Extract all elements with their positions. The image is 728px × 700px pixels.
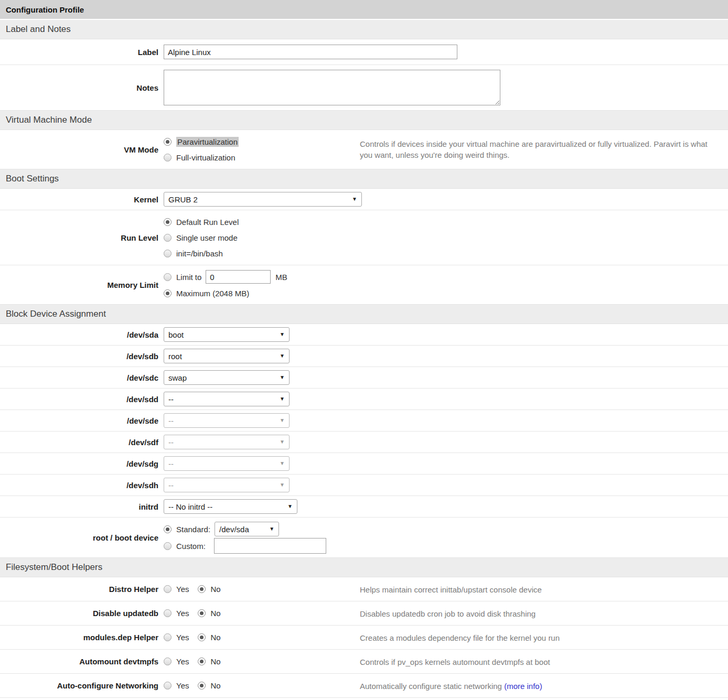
device-select-sda[interactable]: boot ▼	[164, 327, 290, 342]
dropdown-arrow-icon: ▼	[280, 396, 285, 402]
page-title: Configuration Profile	[0, 0, 728, 19]
device-sdg-label: /dev/sdg	[0, 459, 158, 469]
modules-dep-yes-label[interactable]: Yes	[176, 632, 189, 642]
paravirtualization-radio-label[interactable]: Paravirtualization	[176, 137, 239, 147]
kernel-select-value: GRUB 2	[168, 195, 198, 204]
initrd-select[interactable]: -- No initrd -- ▼	[164, 499, 297, 514]
memory-maximum-radio-label[interactable]: Maximum (2048 MB)	[176, 288, 249, 298]
automount-devtmpfs-yes-radio[interactable]	[164, 658, 172, 665]
kernel-row: Kernel GRUB 2 ▼	[0, 189, 728, 210]
block-device-row: /dev/sda boot ▼	[0, 324, 728, 346]
full-virtualization-radio[interactable]	[164, 154, 172, 161]
auto-configure-networking-row: Auto-configure Networking Yes No Automat…	[0, 674, 728, 698]
modules-dep-helper-row: modules.dep Helper Yes No Creates a modu…	[0, 626, 728, 650]
root-device-standard-radio[interactable]	[164, 525, 172, 533]
default-run-level-radio-label[interactable]: Default Run Level	[176, 217, 239, 227]
disable-updatedb-help-text: Disables updatedb cron job to avoid disk…	[360, 608, 721, 619]
distro-helper-yes-label[interactable]: Yes	[176, 584, 189, 594]
run-level-row: Run Level Default Run Level Single user …	[0, 210, 728, 265]
disable-updatedb-label: Disable updatedb	[0, 608, 158, 618]
init-bin-bash-radio-label[interactable]: init=/bin/bash	[176, 249, 223, 259]
memory-limit-to-radio-label[interactable]: Limit to	[176, 272, 201, 282]
distro-helper-help-text: Helps maintain correct inittab/upstart c…	[360, 584, 721, 595]
root-device-standard-select[interactable]: /dev/sda ▼	[215, 522, 279, 536]
root-device-custom-input[interactable]	[214, 538, 326, 554]
dropdown-arrow-icon: ▼	[280, 439, 285, 445]
disable-updatedb-yes-label[interactable]: Yes	[176, 608, 189, 618]
memory-maximum-radio[interactable]	[164, 289, 172, 297]
init-bin-bash-radio[interactable]	[164, 250, 172, 257]
memory-limit-unit-label: MB	[275, 273, 287, 282]
disable-updatedb-no-label[interactable]: No	[210, 608, 220, 618]
automount-devtmpfs-help-text: Controls if pv_ops kernels automount dev…	[360, 656, 721, 667]
memory-limit-label: Memory Limit	[0, 280, 158, 290]
memory-limit-row: Memory Limit Limit to MB Maximum (2048 M…	[0, 265, 728, 305]
device-select-sdd[interactable]: -- ▼	[164, 392, 290, 406]
device-sda-label: /dev/sda	[0, 330, 158, 340]
distro-helper-yes-radio[interactable]	[164, 585, 172, 593]
distro-helper-no-radio[interactable]	[198, 585, 206, 593]
auto-configure-networking-yes-label[interactable]: Yes	[176, 681, 189, 691]
kernel-label: Kernel	[0, 195, 158, 204]
block-device-row: /dev/sdd -- ▼	[0, 389, 728, 410]
automount-devtmpfs-no-radio[interactable]	[198, 658, 206, 665]
single-user-mode-radio-label[interactable]: Single user mode	[176, 233, 238, 243]
automount-devtmpfs-yes-label[interactable]: Yes	[176, 656, 189, 666]
vm-mode-help-text: Controls if devices inside your virtual …	[360, 138, 721, 160]
full-virtualization-radio-label[interactable]: Full-virtualization	[176, 153, 235, 163]
memory-limit-input[interactable]	[206, 270, 271, 284]
device-select-sdb[interactable]: root ▼	[164, 349, 290, 363]
auto-configure-networking-no-radio[interactable]	[198, 682, 206, 690]
modules-dep-yes-radio[interactable]	[164, 633, 172, 641]
label-row: Label	[0, 39, 728, 65]
root-boot-device-row: root / boot device Standard: /dev/sda ▼ …	[0, 518, 728, 558]
distro-helper-no-label[interactable]: No	[210, 584, 220, 594]
memory-limit-to-radio[interactable]	[164, 273, 172, 281]
kernel-select[interactable]: GRUB 2 ▼	[164, 192, 362, 207]
block-device-row: /dev/sdf -- ▼	[0, 432, 728, 453]
more-info-link[interactable]: (more info)	[504, 681, 542, 690]
notes-row: Notes	[0, 65, 728, 111]
block-device-row: /dev/sdg -- ▼	[0, 453, 728, 475]
device-select-sdg: -- ▼	[164, 456, 290, 471]
section-virtual-machine-mode: Virtual Machine Mode	[0, 111, 728, 130]
single-user-mode-radio[interactable]	[164, 234, 172, 242]
device-select-sdc[interactable]: swap ▼	[164, 370, 290, 385]
dropdown-arrow-icon: ▼	[280, 482, 285, 488]
dropdown-arrow-icon: ▼	[280, 418, 285, 423]
section-filesystem-boot-helpers: Filesystem/Boot Helpers	[0, 558, 728, 577]
auto-configure-networking-help-text: Automatically configure static networkin…	[360, 680, 721, 691]
auto-configure-networking-label: Auto-configure Networking	[0, 681, 158, 691]
automount-devtmpfs-no-label[interactable]: No	[210, 656, 220, 666]
disable-updatedb-no-radio[interactable]	[198, 609, 206, 617]
notes-textarea[interactable]	[164, 70, 500, 105]
device-sdh-label: /dev/sdh	[0, 480, 158, 490]
label-input[interactable]	[164, 45, 457, 59]
distro-helper-row: Distro Helper Yes No Helps maintain corr…	[0, 577, 728, 601]
dropdown-arrow-icon: ▼	[280, 461, 285, 466]
dropdown-arrow-icon: ▼	[280, 375, 285, 380]
initrd-row: initrd -- No initrd -- ▼	[0, 496, 728, 518]
automount-devtmpfs-row: Automount devtmpfs Yes No Controls if pv…	[0, 650, 728, 674]
auto-configure-networking-yes-radio[interactable]	[164, 682, 172, 690]
disable-updatedb-yes-radio[interactable]	[164, 609, 172, 617]
device-sdf-label: /dev/sdf	[0, 437, 158, 447]
device-select-sdh: -- ▼	[164, 478, 290, 492]
root-device-custom-radio-label[interactable]: Custom:	[176, 541, 206, 551]
vm-mode-label: VM Mode	[0, 145, 158, 155]
disable-updatedb-row: Disable updatedb Yes No Disables updated…	[0, 601, 728, 626]
default-run-level-radio[interactable]	[164, 218, 172, 226]
section-boot-settings: Boot Settings	[0, 169, 728, 189]
distro-helper-label: Distro Helper	[0, 584, 158, 594]
root-device-standard-radio-label[interactable]: Standard:	[176, 524, 210, 534]
dropdown-arrow-icon: ▼	[269, 526, 274, 532]
device-select-sde: -- ▼	[164, 413, 290, 428]
modules-dep-no-label[interactable]: No	[210, 632, 220, 642]
section-block-device-assignment: Block Device Assignment	[0, 305, 728, 324]
device-select-sdf: -- ▼	[164, 435, 290, 449]
device-sdb-label: /dev/sdb	[0, 351, 158, 361]
auto-configure-networking-no-label[interactable]: No	[210, 681, 220, 691]
paravirtualization-radio[interactable]	[164, 138, 172, 146]
root-device-custom-radio[interactable]	[164, 542, 172, 550]
modules-dep-no-radio[interactable]	[198, 633, 206, 641]
